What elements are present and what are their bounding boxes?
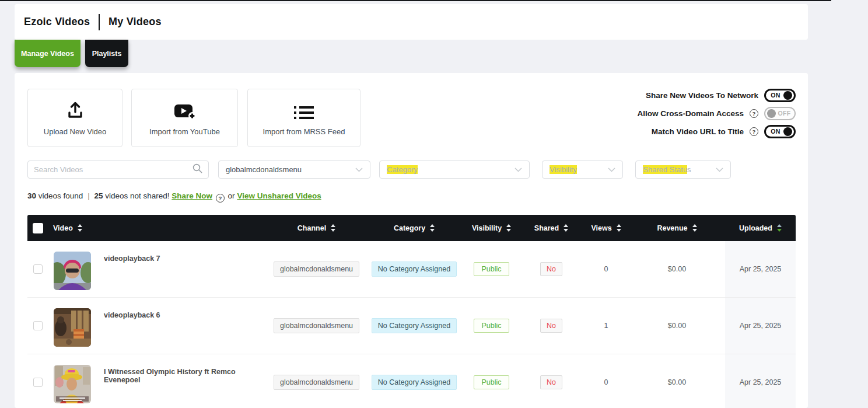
channel-cell: globalmcdonaldsmenu: [268, 298, 365, 354]
column-header-visibility[interactable]: Visibility: [464, 215, 519, 241]
cross-domain-toggle-state: OFF: [776, 110, 793, 117]
title-divider: [99, 14, 100, 30]
column-header-category[interactable]: Category: [365, 215, 464, 241]
import-from-youtube-label: Import from YouTube: [149, 127, 220, 136]
header-bar: Ezoic Videos My Videos: [15, 4, 808, 40]
uploaded-cell: Apr 25, 2025: [725, 354, 796, 408]
video-thumbnail-cafe[interactable]: [54, 308, 91, 347]
sort-icon[interactable]: [331, 224, 335, 232]
column-header-revenue-label: Revenue: [657, 224, 687, 232]
share-now-link[interactable]: Share Now: [172, 191, 212, 200]
tab-bar: Manage Videos Playlists: [15, 40, 128, 67]
channel-dropdown-value: globalmcdonaldsmenu: [226, 165, 302, 174]
sort-icon[interactable]: [564, 224, 568, 232]
row-checkbox-cell: [27, 354, 48, 408]
row-checkbox-cell: [27, 241, 48, 297]
views-cell: 0: [583, 354, 629, 408]
sort-icon-active-desc[interactable]: [777, 224, 782, 232]
chevron-down-icon: [608, 165, 615, 174]
search-input[interactable]: [34, 165, 192, 174]
video-thumbnail-olympic[interactable]: [54, 365, 91, 403]
select-all-checkbox[interactable]: [33, 223, 43, 233]
video-title: videoplayback 6: [104, 311, 160, 319]
column-header-category-label: Category: [394, 224, 425, 232]
match-url-help-icon[interactable]: [750, 127, 758, 136]
visibility-cell: Public: [464, 298, 519, 354]
table-header-row: Video Channel Category Visibility Shared: [27, 215, 796, 241]
row-checkbox[interactable]: [33, 264, 43, 274]
upload-new-video-button[interactable]: Upload New Video: [27, 89, 123, 147]
column-header-views[interactable]: Views: [583, 215, 629, 241]
column-header-shared[interactable]: Shared: [519, 215, 583, 241]
category-cell: No Category Assigned: [365, 354, 464, 408]
import-from-youtube-button[interactable]: Import from YouTube: [131, 89, 238, 147]
chevron-down-icon: [355, 165, 363, 174]
visibility-chip: Public: [474, 375, 509, 389]
sort-icon[interactable]: [617, 224, 621, 232]
sort-icon[interactable]: [692, 224, 697, 232]
view-unshared-videos-link[interactable]: View Unshared Videos: [237, 191, 321, 200]
shared-chip: No: [540, 262, 562, 276]
cross-domain-toggle[interactable]: OFF: [764, 107, 796, 120]
toggle-knob: [783, 91, 792, 100]
channel-chip: globalmcdonaldsmenu: [274, 375, 359, 390]
row-checkbox[interactable]: [33, 321, 43, 330]
toggle-knob: [783, 127, 792, 136]
videos-table: Video Channel Category Visibility Shared: [27, 215, 796, 408]
import-from-mrss-label: Import from MRSS Feed: [263, 127, 345, 136]
share-network-row: Share New Videos To Network ON: [637, 89, 796, 102]
column-header-views-label: Views: [591, 224, 611, 232]
import-from-mrss-button[interactable]: Import from MRSS Feed: [247, 89, 360, 147]
cross-domain-row: Allow Cross-Domain Access OFF: [637, 107, 796, 120]
visibility-dropdown-placeholder: Visibility: [550, 165, 577, 174]
share-network-toggle[interactable]: ON: [764, 89, 796, 102]
table-row: videoplayback 6 globalmcdonaldsmenu No C…: [27, 298, 796, 354]
match-url-toggle[interactable]: ON: [764, 125, 796, 138]
sort-icon[interactable]: [430, 224, 435, 232]
share-now-help-icon[interactable]: [216, 194, 225, 203]
column-header-channel[interactable]: Channel: [268, 215, 365, 241]
views-cell: 1: [583, 298, 629, 354]
column-header-uploaded-label: Uploaded: [739, 224, 772, 232]
shared-status-dropdown[interactable]: Shared Status: [635, 161, 731, 179]
column-header-video[interactable]: Video: [48, 215, 268, 241]
visibility-cell: Public: [464, 354, 519, 408]
share-network-label: Share New Videos To Network: [646, 91, 758, 100]
channel-cell: globalmcdonaldsmenu: [268, 354, 365, 408]
videos-found-label: videos found: [38, 191, 83, 200]
search-icon[interactable]: [192, 163, 202, 176]
category-chip: No Category Assigned: [372, 375, 457, 390]
table-row: I Witnessed Olympic History ft Remco Eve…: [27, 354, 796, 408]
filter-bar: globalmcdonaldsmenu Category Visibility: [15, 161, 808, 179]
video-cell: I Witnessed Olympic History ft Remco Eve…: [48, 354, 268, 408]
video-thumbnail-cyclist[interactable]: [54, 252, 91, 290]
shared-status-placeholder-tail: s: [687, 165, 691, 174]
visibility-cell: Public: [464, 241, 519, 297]
column-header-channel-label: Channel: [298, 224, 326, 232]
videos-found-count: 30: [27, 191, 36, 200]
column-header-revenue[interactable]: Revenue: [629, 215, 725, 241]
category-dropdown[interactable]: Category: [379, 161, 530, 179]
tab-playlists[interactable]: Playlists: [85, 40, 128, 67]
channel-cell: globalmcdonaldsmenu: [268, 241, 365, 297]
sort-icon[interactable]: [78, 224, 82, 232]
row-checkbox[interactable]: [33, 378, 43, 387]
shared-cell: No: [519, 241, 583, 297]
settings-toggles: Share New Videos To Network ON Allow Cro…: [637, 89, 796, 138]
sort-icon[interactable]: [506, 224, 511, 232]
revenue-cell: $0.00: [629, 298, 725, 354]
tab-manage-videos[interactable]: Manage Videos: [15, 40, 80, 67]
category-chip: No Category Assigned: [372, 261, 457, 277]
videos-unshared-label: videos not shared!: [105, 191, 169, 200]
video-cell: videoplayback 7: [48, 241, 268, 297]
table-row: videoplayback 7 globalmcdonaldsmenu No C…: [27, 241, 796, 298]
column-header-uploaded[interactable]: Uploaded: [725, 215, 796, 241]
visibility-dropdown[interactable]: Visibility: [542, 161, 623, 179]
tab-manage-videos-label: Manage Videos: [21, 50, 74, 58]
visibility-chip: Public: [474, 319, 509, 333]
revenue-cell: $0.00: [629, 241, 725, 297]
ezoic-videos-page: Ezoic Videos My Videos Manage Videos Pla…: [0, 0, 868, 408]
channel-dropdown[interactable]: globalmcdonaldsmenu: [218, 161, 370, 179]
toggle-knob: [767, 109, 776, 118]
cross-domain-help-icon[interactable]: [750, 109, 758, 118]
